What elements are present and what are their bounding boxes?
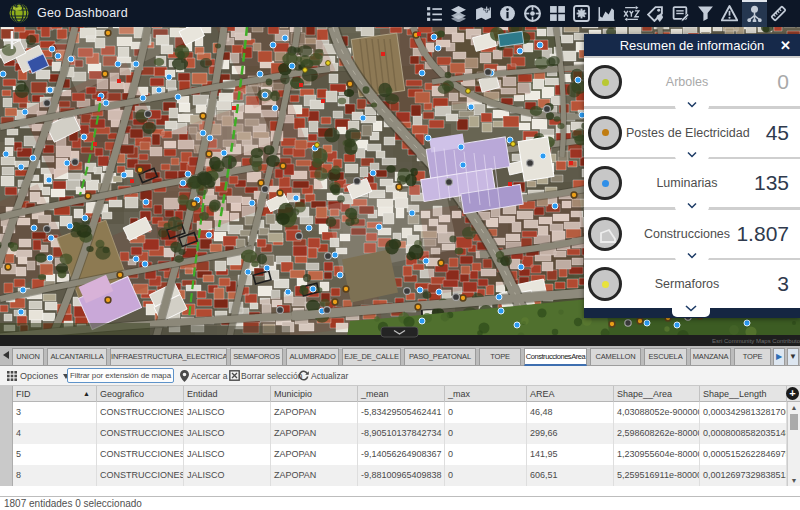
svg-text:Esri Community Maps Contributo: Esri Community Maps Contributors: [712, 338, 800, 344]
